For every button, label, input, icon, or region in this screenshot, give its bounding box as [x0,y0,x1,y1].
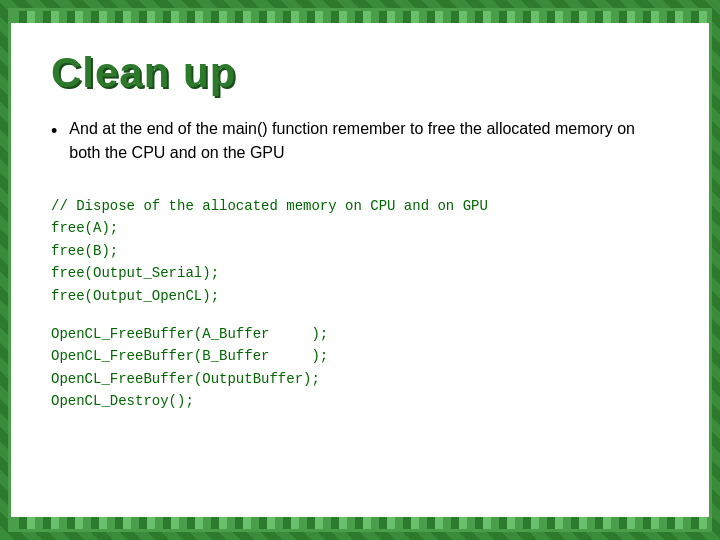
code-line: // Dispose of the allocated memory on CP… [51,195,669,217]
outer-border: Clean up • And at the end of the main() … [0,0,720,540]
code-line: free(B); [51,240,669,262]
code-line: free(A); [51,217,669,239]
code-line: OpenCL_FreeBuffer(OutputBuffer); [51,368,669,390]
bullet-text: And at the end of the main() function re… [69,117,669,165]
code-block-2: OpenCL_FreeBuffer(A_Buffer ); OpenCL_Fre… [51,323,669,413]
code-line: OpenCL_FreeBuffer(B_Buffer ); [51,345,669,367]
code-line: OpenCL_FreeBuffer(A_Buffer ); [51,323,669,345]
code-line: free(Output_OpenCL); [51,285,669,307]
code-line: OpenCL_Destroy(); [51,390,669,412]
bullet-dot: • [51,118,57,145]
code-line: free(Output_Serial); [51,262,669,284]
slide-title: Clean up [51,49,669,97]
bullet-item: • And at the end of the main() function … [51,117,669,165]
code-block-1: // Dispose of the allocated memory on CP… [51,195,669,307]
code-section: // Dispose of the allocated memory on CP… [51,195,669,429]
slide-container: Clean up • And at the end of the main() … [8,8,712,532]
bullet-section: • And at the end of the main() function … [51,117,669,165]
